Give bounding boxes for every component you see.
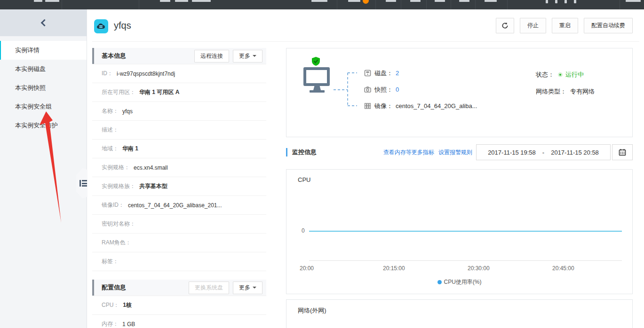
config-info-rows: CPU：1核 内存：1 GB bbox=[92, 296, 266, 328]
cloud-server-icon bbox=[94, 19, 108, 33]
instance-actions: 停止 重启 配置自动续费 bbox=[490, 18, 633, 33]
config-info-more-button[interactable]: 更多 bbox=[233, 281, 262, 294]
navbar-item-fragment[interactable] bbox=[348, 0, 360, 2]
status-row: 状态： 运行中 bbox=[536, 66, 595, 83]
monitor-info-title: 监控信息 bbox=[286, 148, 317, 156]
notification-badge[interactable] bbox=[363, 0, 369, 4]
image-name-value: centos_7_04_64_20G_aliba... bbox=[396, 102, 477, 109]
row-region: 地域：华南 1 bbox=[92, 140, 266, 158]
config-info-title: 配置信息 bbox=[102, 283, 185, 292]
sidebar-item-instance-security-groups[interactable]: 本实例安全组 bbox=[0, 97, 87, 116]
x-tick: 20:15:00 bbox=[383, 265, 416, 272]
navbar-item-fragment[interactable] bbox=[546, 0, 548, 3]
chart-legend[interactable]: CPU使用率(%) bbox=[286, 278, 632, 286]
refresh-button[interactable] bbox=[496, 18, 514, 33]
disk-count-item: 磁盘： 2 bbox=[364, 65, 477, 81]
snapshot-count-link[interactable]: 0 bbox=[396, 86, 399, 93]
navbar-item-fragment[interactable] bbox=[160, 0, 170, 2]
cpu-chart-panel: CPU 0 20:00 20:15:00 20:30:00 20:45:00 C… bbox=[286, 169, 633, 294]
x-tick: 20:30:00 bbox=[468, 265, 501, 272]
remote-connect-button[interactable]: 远程连接 bbox=[194, 50, 229, 62]
navbar-item-fragment[interactable] bbox=[34, 0, 42, 2]
navbar-separator bbox=[507, 0, 508, 9]
range-separator: - bbox=[542, 149, 544, 156]
navbar-separator bbox=[139, 0, 139, 9]
status-badge: 运行中 bbox=[565, 70, 584, 79]
instance-overview-box: 磁盘： 2 快照： 0 镜像： centos_7_04_64_20G_aliba… bbox=[286, 48, 633, 137]
sidebar-item-instance-snapshots[interactable]: 本实例快照 bbox=[0, 78, 87, 97]
sidebar-collapse-button[interactable] bbox=[0, 9, 87, 36]
calendar-button[interactable] bbox=[612, 144, 633, 160]
row-image-id: 镜像ID：centos_7_04_64_20G_alibase_201... bbox=[92, 196, 266, 215]
image-item: 镜像： centos_7_04_64_20G_aliba... bbox=[364, 98, 477, 114]
basic-info-more-button[interactable]: 更多 bbox=[233, 50, 262, 62]
sidebar-item-instance-detail[interactable]: 实例详情 bbox=[0, 41, 87, 60]
x-tick: 20:45:00 bbox=[552, 265, 585, 272]
cpu-usage-line bbox=[309, 231, 622, 232]
navbar-item-fragment[interactable] bbox=[410, 0, 421, 2]
instance-name-title: yfqs bbox=[114, 20, 131, 31]
pin-menu-icon bbox=[80, 180, 87, 187]
sidebar-item-instance-security-protection[interactable]: 本实例安全防护 bbox=[0, 116, 87, 135]
navbar-item-fragment[interactable] bbox=[192, 0, 211, 2]
navbar-separator bbox=[62, 0, 62, 9]
basic-info-header: 基本信息 远程连接 更多 bbox=[92, 48, 266, 64]
chevron-left-icon bbox=[40, 19, 48, 27]
navbar-item-fragment[interactable] bbox=[435, 0, 445, 2]
navbar-separator bbox=[475, 0, 476, 9]
navbar-separator bbox=[337, 0, 337, 9]
sidebar: 实例详情 本实例磁盘 本实例快照 本实例安全组 本实例安全防护 bbox=[0, 9, 87, 328]
refresh-icon bbox=[501, 22, 509, 29]
set-alarm-rules-link[interactable]: 设置报警规则 bbox=[438, 149, 472, 156]
disk-count-link[interactable]: 2 bbox=[396, 70, 399, 77]
row-name: 名称：yfqs bbox=[92, 102, 266, 121]
navbar-item-fragment[interactable] bbox=[485, 0, 497, 2]
stop-button[interactable]: 停止 bbox=[520, 18, 546, 33]
chevron-down-icon bbox=[253, 287, 256, 290]
snapshot-count-item: 快照： 0 bbox=[364, 81, 477, 98]
row-ram-role: RAM角色： bbox=[92, 234, 266, 252]
navbar-item-fragment[interactable] bbox=[386, 0, 396, 2]
navbar-separator bbox=[620, 0, 620, 9]
running-status-dot bbox=[558, 72, 563, 77]
legend-label: CPU使用率(%) bbox=[444, 278, 482, 286]
network-chart-title: 网络(外网) bbox=[298, 306, 326, 315]
basic-info-panel: 基本信息 远程连接 更多 ID：i-wz97qspscdt8kjnt7ndj 所… bbox=[92, 48, 266, 271]
overview-resource-list: 磁盘： 2 快照： 0 镜像： centos_7_04_64_20G_aliba… bbox=[364, 65, 477, 114]
range-end: 2017-11-15 20:58 bbox=[551, 149, 599, 156]
row-tags: 标签： bbox=[92, 252, 266, 271]
cpu-chart-title: CPU bbox=[298, 176, 310, 183]
navbar-item-fragment[interactable] bbox=[555, 0, 557, 3]
navbar-separator bbox=[451, 0, 451, 9]
view-more-metrics-link[interactable]: 查看内存等更多指标 bbox=[383, 149, 434, 156]
row-zone: 所在可用区：华南 1 可用区 A bbox=[92, 83, 266, 102]
replace-system-disk-button[interactable]: 更换系统盘 bbox=[189, 281, 229, 294]
navbar-item-fragment[interactable] bbox=[175, 0, 188, 2]
restart-button[interactable]: 重启 bbox=[552, 18, 578, 33]
config-info-panel: 配置信息 更换系统盘 更多 CPU：1核 内存：1 GB bbox=[92, 280, 266, 328]
row-instance-type: 实例规格：ecs.xn4.small bbox=[92, 158, 266, 177]
network-type-row: 网络类型： 专有网络 bbox=[536, 83, 595, 100]
row-instance-id: ID：i-wz97qspscdt8kjnt7ndj bbox=[92, 64, 266, 83]
header-divider bbox=[92, 41, 639, 42]
network-chart-panel: 网络(外网) bbox=[286, 299, 633, 328]
row-description: 描述： bbox=[92, 121, 266, 140]
navbar-item-fragment[interactable] bbox=[574, 0, 576, 3]
date-range-input[interactable]: 2017-11-15 19:58 - 2017-11-15 20:58 bbox=[476, 144, 611, 160]
snapshot-icon bbox=[364, 86, 371, 93]
navbar-search-fragment[interactable] bbox=[311, 0, 327, 2]
monitor-info-row: 监控信息 查看内存等更多指标 设置报警规则 2017-11-15 19:58 -… bbox=[286, 144, 633, 161]
y-axis-tick-0: 0 bbox=[302, 227, 305, 234]
navbar-item-fragment[interactable] bbox=[564, 0, 567, 3]
configure-auto-renew-button[interactable]: 配置自动续费 bbox=[584, 18, 633, 33]
row-instance-family: 实例规格族：共享基本型 bbox=[92, 177, 266, 196]
navbar-item-fragment[interactable] bbox=[459, 0, 469, 2]
network-type-value: 专有网络 bbox=[570, 87, 595, 96]
sidebar-item-instance-disks[interactable]: 本实例磁盘 bbox=[0, 60, 87, 78]
top-navbar bbox=[0, 0, 644, 9]
navbar-item-fragment[interactable] bbox=[45, 0, 59, 2]
navbar-item-fragment[interactable] bbox=[626, 0, 641, 2]
legend-dot-icon bbox=[437, 280, 442, 284]
dashed-connectors bbox=[286, 62, 371, 128]
range-start: 2017-11-15 19:58 bbox=[488, 149, 536, 156]
